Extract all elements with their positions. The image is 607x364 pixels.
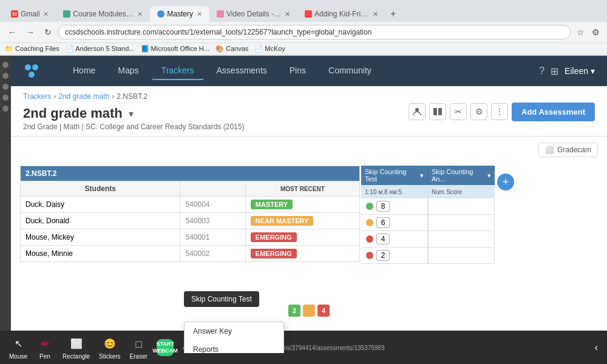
tab-close-icon[interactable]: ✕ [137, 10, 143, 18]
title-dropdown-icon[interactable]: ▾ [129, 108, 134, 120]
breadcrumb-sep1: › [53, 92, 56, 101]
tab-close-icon[interactable]: ✕ [373, 10, 378, 18]
grid-icon[interactable]: ⊞ [551, 66, 558, 77]
gradecam-icon: ⬜ [545, 146, 554, 154]
score-dot [366, 219, 373, 226]
indicator-red: 4 [317, 305, 330, 317]
nav-assessments[interactable]: Assessments [207, 62, 277, 80]
tab-youtube[interactable]: Adding Kid-Friendly Language... ✕ [297, 6, 385, 22]
tooltip-text: Skip Counting Test [191, 295, 252, 303]
nav-pins[interactable]: Pins [280, 62, 316, 80]
bookmark-coaching[interactable]: 📁 Coaching Files [5, 45, 59, 53]
assessment-col2-header[interactable]: Skip Counting An... [432, 168, 487, 183]
svg-point-1 [32, 64, 38, 70]
bookmark-office[interactable]: 📘 Microsoft Office H... [141, 45, 209, 53]
score-row-2: 6 [361, 215, 514, 231]
tool-mouse[interactable]: ↖ Mouse [9, 335, 27, 360]
tab-close-icon[interactable]: ✕ [285, 10, 290, 18]
nav-maps[interactable]: Maps [108, 62, 148, 80]
score-value: 2 [376, 250, 390, 261]
settings-icon-btn[interactable]: ⚙ [470, 103, 487, 120]
add-assessment-button[interactable]: Add Assessment [512, 103, 595, 121]
id-col-header [180, 181, 245, 197]
tool-stickers-label: Stickers [99, 353, 121, 360]
tool-rectangle[interactable]: ⬜ Rectangle [63, 335, 90, 360]
eraser-icon: ◻ [130, 335, 147, 352]
tab-gmail[interactable]: M Gmail ✕ [4, 6, 56, 22]
add-column-button[interactable]: + [497, 174, 514, 190]
nav-trackers[interactable]: Trackers [152, 62, 204, 80]
dropdown-answer-key[interactable]: Answer Key [185, 322, 283, 340]
score-value: 6 [376, 217, 390, 228]
score-row-4: 2 [361, 248, 514, 264]
page-title: 2nd grade math [23, 106, 123, 121]
tool-eraser-label: Eraser [130, 353, 148, 360]
tool-rectangle-label: Rectangle [63, 353, 90, 360]
tab-close-icon[interactable]: ✕ [43, 10, 49, 18]
back-button[interactable]: ← [5, 26, 19, 38]
col1-dropdown-icon[interactable]: ▾ [420, 172, 424, 180]
indicator-yellow [303, 305, 315, 317]
gradecam-label: Gradecam [557, 146, 591, 154]
bookmark-mckoy[interactable]: 📄 McKoy [254, 45, 285, 53]
sidebar-toggle-icon[interactable]: ‹ [595, 342, 598, 353]
bookmark-anderson[interactable]: 📄 Anderson 5 Stand... [66, 45, 135, 53]
more-icon-btn[interactable]: ⋮ [491, 103, 508, 120]
col2-dropdown-icon[interactable]: ▾ [487, 172, 491, 180]
breadcrumb-grade[interactable]: 2nd grade math [58, 92, 109, 101]
logo-icon [23, 62, 40, 79]
address-input[interactable] [58, 25, 571, 39]
score-value: 4 [376, 234, 390, 244]
tab-label: Video Details - Screencastify [226, 10, 281, 18]
score-cell-2 [428, 231, 495, 248]
tool-webcam[interactable]: STARTWEBCAM [157, 339, 174, 356]
tool-eraser[interactable]: ◻ Eraser [130, 335, 148, 360]
scissors-icon-btn[interactable]: ✂ [450, 103, 467, 120]
breadcrumb-standard: 2.NSBT.2 [117, 92, 148, 101]
main-header: Home Maps Trackers Assessments Pins Comm… [11, 56, 607, 86]
breadcrumb-sep2: › [112, 92, 114, 101]
new-tab-button[interactable]: + [385, 6, 401, 22]
chevron-down-icon: ▾ [591, 66, 595, 76]
tool-pen[interactable]: ✏ Pen [36, 335, 53, 360]
section-label: 2.NSBT.2 [25, 169, 56, 178]
nav-community[interactable]: Community [319, 62, 381, 80]
left-sidebar [0, 56, 11, 353]
mouse-icon: ↖ [10, 335, 27, 352]
svg-rect-5 [438, 108, 442, 115]
assessment-col1-header[interactable]: Skip Counting Test [365, 168, 420, 183]
students-col-header: Students [21, 181, 180, 197]
score-cell-2 [428, 198, 495, 215]
nav-home[interactable]: Home [63, 62, 105, 80]
student-status: EMERGING [245, 229, 359, 246]
score-cell: 4 [361, 231, 428, 248]
svg-point-2 [29, 72, 35, 78]
status-badge: MASTERY [251, 200, 293, 209]
gradecam-banner[interactable]: ⬜ Gradecam [538, 143, 598, 157]
tab-course-modules[interactable]: Course Modules: Tracking a 2... ✕ [56, 6, 150, 22]
person-icon-btn[interactable] [409, 103, 426, 120]
bookmark-canvas[interactable]: 🎨 Canvas [215, 45, 248, 53]
score-cell: 8 [361, 198, 428, 215]
tool-stickers[interactable]: 😊 Stickers [99, 335, 121, 360]
sidebar-dot [2, 84, 8, 90]
tab-screencastify[interactable]: Video Details - Screencastify ✕ [209, 6, 297, 22]
indicator-green: 2 [288, 305, 300, 317]
user-menu[interactable]: Eileen ▾ [565, 66, 595, 76]
tab-label: Gmail [21, 10, 39, 18]
dropdown-reports[interactable]: Reports [185, 340, 283, 353]
breadcrumb-trackers[interactable]: Trackers [23, 92, 51, 101]
forward-button[interactable]: → [23, 26, 38, 38]
tab-label: Adding Kid-Friendly Language... [314, 10, 369, 18]
tab-close-icon[interactable]: ✕ [197, 10, 202, 18]
toolbar: ✂ ⚙ ⋮ Add Assessment [409, 103, 595, 121]
tool-pen-label: Pen [39, 353, 50, 360]
breadcrumb: Trackers › 2nd grade math › 2.NSBT.2 [23, 92, 244, 101]
help-icon[interactable]: ? [539, 66, 544, 76]
score-cell-2 [428, 215, 495, 231]
reload-button[interactable]: ↻ [41, 26, 55, 38]
columns-icon-btn[interactable] [429, 103, 446, 120]
tab-mastery[interactable]: Mastery ✕ [150, 6, 209, 22]
table-area: ⬜ Gradecam 2.NSBT.2 [11, 136, 607, 353]
score-row-1: 8 [361, 198, 514, 215]
